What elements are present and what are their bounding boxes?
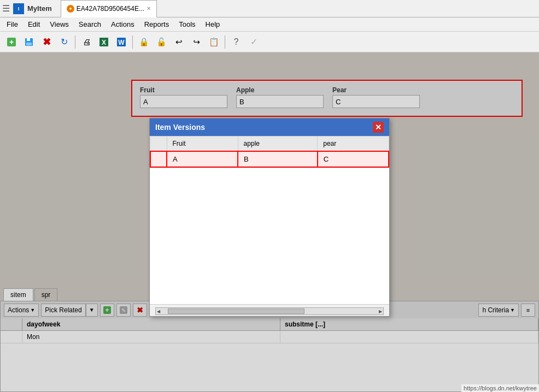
modal-table-header: Fruit apple pear [150, 136, 389, 152]
app-icon: I [13, 3, 24, 14]
tab-title: EA42A78D9506454E... [77, 5, 144, 13]
menu-file[interactable]: File [2, 19, 22, 29]
toolbar: + ✖ ↻ 🖨 X W 🔒 🔓 ↩ ↩ 📋 ? ✓ [0, 32, 539, 52]
menu-tools[interactable]: Tools [174, 19, 200, 29]
modal-titlebar: Item Versions ✕ [150, 118, 389, 136]
modal-cell-pear: C [318, 151, 389, 167]
modal-row-num [150, 151, 167, 167]
save-button[interactable] [21, 34, 37, 50]
tab-close-icon[interactable]: ✕ [147, 5, 151, 11]
redo-button[interactable]: ↩ [188, 34, 204, 50]
modal-horizontal-scrollbar[interactable]: ◀ ▶ [155, 307, 384, 315]
hamburger-icon[interactable]: ☰ [2, 3, 10, 14]
svg-text:X: X [102, 39, 106, 46]
modal-overlay: Item Versions ✕ Fruit apple pear [0, 52, 539, 392]
toolbar-separator-3 [225, 35, 225, 49]
modal-col-pear: pear [318, 136, 389, 152]
help-button[interactable]: ? [228, 34, 244, 50]
delete-button[interactable]: ✖ [38, 34, 55, 50]
toolbar-separator-1 [75, 35, 75, 49]
url-bar: https://blogs.dn.net/kwytree [461, 384, 539, 392]
svg-rect-4 [26, 43, 32, 45]
toolbar-separator-2 [132, 35, 133, 49]
svg-text:W: W [118, 39, 125, 46]
scroll-right-arrow[interactable]: ▶ [378, 309, 383, 314]
svg-text:+: + [9, 38, 14, 46]
modal-col-fruit: Fruit [167, 136, 238, 152]
menu-bar: File Edit Views Search Actions Reports T… [0, 17, 539, 32]
title-bar-left: ☰ I MyItem ● EA42A78D9506454E... ✕ [2, 0, 157, 17]
main-area: Fruit Apple Pear sitem spr Actions ▼ [0, 52, 539, 392]
modal-content-area [150, 168, 389, 304]
undo-button[interactable]: ↩ [171, 34, 187, 50]
app-title: MyItem [27, 4, 52, 13]
modal-col-apple: apple [238, 136, 318, 152]
copy-button[interactable]: 📋 [206, 34, 222, 50]
print-button[interactable]: 🖨 [78, 34, 95, 50]
modal-title: Item Versions [155, 123, 205, 132]
lock-button[interactable]: 🔒 [136, 34, 152, 50]
modal-footer: ◀ ▶ [150, 304, 389, 316]
unlock-button[interactable]: 🔓 [153, 34, 169, 50]
modal-cell-apple: B [238, 151, 318, 167]
menu-help[interactable]: Help [201, 19, 225, 29]
menu-search[interactable]: Search [74, 19, 106, 29]
title-bar: ☰ I MyItem ● EA42A78D9506454E... ✕ [0, 0, 539, 17]
modal-body: Fruit apple pear A B C [150, 136, 389, 304]
main-tab[interactable]: ● EA42A78D9506454E... ✕ [61, 0, 157, 17]
item-versions-modal: Item Versions ✕ Fruit apple pear [149, 118, 390, 317]
modal-close-button[interactable]: ✕ [373, 122, 384, 133]
tab-favicon: ● [67, 5, 74, 13]
modal-table: Fruit apple pear A B C [150, 136, 389, 168]
excel-button[interactable]: X [96, 34, 112, 50]
check-button[interactable]: ✓ [245, 34, 262, 50]
table-row[interactable]: A B C [150, 151, 389, 167]
add-button[interactable]: + [3, 34, 20, 50]
menu-actions[interactable]: Actions [107, 19, 139, 29]
word-button[interactable]: W [113, 34, 130, 50]
svg-rect-3 [27, 38, 30, 41]
refresh-button[interactable]: ↻ [56, 34, 72, 50]
modal-cell-fruit: A [167, 151, 238, 167]
menu-views[interactable]: Views [45, 19, 73, 29]
scroll-left-arrow[interactable]: ◀ [156, 309, 161, 314]
scrollbar-thumb[interactable] [168, 308, 304, 314]
menu-edit[interactable]: Edit [24, 19, 44, 29]
tab-bar: ● EA42A78D9506454E... ✕ [61, 0, 157, 17]
menu-reports[interactable]: Reports [140, 19, 174, 29]
modal-col-rownum [150, 136, 167, 152]
